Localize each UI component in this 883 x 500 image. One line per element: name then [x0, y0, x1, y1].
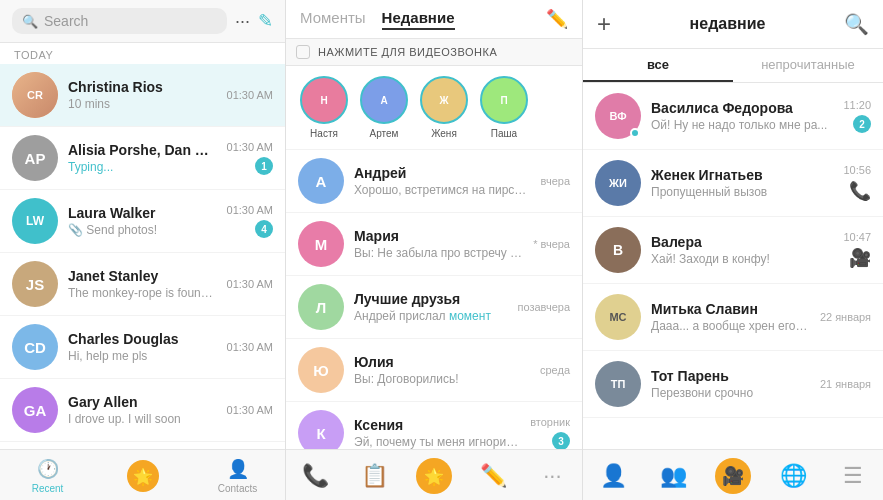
video-call-banner[interactable]: НАЖМИТЕ ДЛЯ ВИДЕОЗВОНКА — [286, 39, 582, 66]
avatar-maria: М — [298, 221, 344, 267]
p3-chat-preview: Дааа... а вообще хрен его знает. — [651, 319, 810, 333]
p2-footer-more[interactable]: ··· — [534, 458, 570, 494]
p3-footer-video[interactable]: 🎥 — [715, 458, 751, 494]
p2-chat-ksenia[interactable]: К Ксения Эй, почему ты меня игнорируешь?… — [286, 402, 582, 449]
p2-footer-phone[interactable]: 📞 — [298, 458, 334, 494]
story-zhenya[interactable]: Ж Женя — [420, 76, 468, 139]
avatar-tot: ТП — [595, 361, 641, 407]
p3-footer-group[interactable]: 👥 — [655, 458, 691, 494]
p3-chat-zhenek[interactable]: ЖИ Женек Игнатьев Пропущенный вызов 10:5… — [583, 150, 883, 217]
p2-chat-preview: Андрей прислал момент — [354, 309, 507, 323]
online-dot — [630, 128, 640, 138]
p3-chat-meta: 10:47 🎥 — [843, 231, 871, 269]
compose-icon[interactable]: ✎ — [258, 10, 273, 32]
p2-chat-andrey[interactable]: А Андрей Хорошо, встретимся на пирсе 👍 в… — [286, 150, 582, 213]
p3-chat-vasilisa[interactable]: ВФ Василиса Федорова Ой! Ну не надо толь… — [583, 83, 883, 150]
filter-unread[interactable]: непрочитанные — [733, 49, 883, 82]
p3-chat-info: Женек Игнатьев Пропущенный вызов — [651, 167, 833, 199]
p3-avatar-wrap: ЖИ — [595, 160, 641, 206]
p3-chat-valera[interactable]: В Валера Хай! Заходи в конфу! 10:47 🎥 — [583, 217, 883, 284]
story-avatar-nastya: Н — [300, 76, 348, 124]
p3-chat-time: 10:56 — [843, 164, 871, 176]
chat-info-gary: Gary Allen I drove up. I will soon — [68, 394, 217, 426]
chat-item-laura[interactable]: LW Laura Walker 📎 Send photos! 01:30 AM … — [0, 190, 285, 253]
chat-name: Gary Allen — [68, 394, 217, 410]
tab-nedavnie[interactable]: Недавние — [382, 9, 455, 30]
chat-time: 01:30 AM — [227, 278, 273, 290]
p2-chat-luchshie[interactable]: Л Лучшие друзья Андрей прислал момент по… — [286, 276, 582, 339]
chat-preview: The monkey-rope is found in all whalers.… — [68, 286, 217, 300]
story-pasha[interactable]: П Паша — [480, 76, 528, 139]
chat-name: Charles Douglas — [68, 331, 217, 347]
section-today: TODAY — [0, 43, 285, 64]
badge: 4 — [255, 220, 273, 238]
story-artem[interactable]: А Артем — [360, 76, 408, 139]
p3-chat-time: 22 января — [820, 311, 871, 323]
tab-recent[interactable]: 🕐 Recent — [0, 458, 95, 494]
video-icon: 🎥 — [849, 247, 871, 269]
p3-footer-menu[interactable]: ☰ — [835, 458, 871, 494]
panel2-footer: 📞 📋 🌟 ✏️ ··· — [286, 449, 582, 500]
avatar-luchshie: Л — [298, 284, 344, 330]
story-avatar-artem: А — [360, 76, 408, 124]
p3-filter-row: все непрочитанные — [583, 49, 883, 83]
filter-all[interactable]: все — [583, 49, 733, 82]
p3-chat-mitka[interactable]: МС Митька Славин Дааа... а вообще хрен е… — [583, 284, 883, 351]
avatar-alisia: AP — [12, 135, 58, 181]
tab-momenty[interactable]: Моменты — [300, 9, 366, 30]
chat-preview: Hi, help me pls — [68, 349, 217, 363]
chat-name: Christina Rios — [68, 79, 217, 95]
recent-icon: 🕐 — [37, 458, 59, 480]
p2-chat-meta: вторник 3 — [530, 416, 570, 449]
p2-footer-yellow[interactable]: 🌟 — [416, 458, 452, 494]
add-icon[interactable]: + — [597, 10, 611, 38]
p3-footer-globe[interactable]: 🌐 — [775, 458, 811, 494]
p2-chat-yulia[interactable]: Ю Юлия Вы: Договорились! среда — [286, 339, 582, 402]
p2-chat-list: А Андрей Хорошо, встретимся на пирсе 👍 в… — [286, 150, 582, 449]
p2-chat-info: Мария Вы: Не забыла про встречу на выход… — [354, 228, 523, 260]
p3-chat-time: 21 января — [820, 378, 871, 390]
p2-footer-clipboard[interactable]: 📋 — [357, 458, 393, 494]
avatar-janet: JS — [12, 261, 58, 307]
more-icon[interactable]: ··· — [235, 11, 250, 32]
search-bar[interactable]: 🔍 Search — [12, 8, 227, 34]
chat-meta: 01:30 AM — [227, 341, 273, 353]
chat-item-alisia[interactable]: AP Alisia Porshe, Dan Chan Typing... 01:… — [0, 127, 285, 190]
chat-item-charles[interactable]: CD Charles Douglas Hi, help me pls 01:30… — [0, 316, 285, 379]
p3-title: недавние — [690, 15, 766, 33]
p2-chat-name: Юлия — [354, 354, 530, 370]
avatar-christina: CR — [12, 72, 58, 118]
story-nastya[interactable]: Н Настя — [300, 76, 348, 139]
p3-chat-time: 10:47 — [843, 231, 871, 243]
yellow-circle-icon[interactable]: 🌟 — [127, 460, 159, 492]
avatar-mitka: МС — [595, 294, 641, 340]
chat-item-christina[interactable]: CR Christina Rios 10 mins 01:30 AM — [0, 64, 285, 127]
p3-search-icon[interactable]: 🔍 — [844, 12, 869, 36]
p3-chat-preview: Пропущенный вызов — [651, 185, 833, 199]
panel3-recent2: + недавние 🔍 все непрочитанные ВФ Васили… — [583, 0, 883, 500]
story-name-artem: Артем — [370, 128, 399, 139]
p3-chat-tot[interactable]: ТП Тот Парень Перезвони срочно 21 января — [583, 351, 883, 418]
p3-chat-info: Тот Парень Перезвони срочно — [651, 368, 810, 400]
chat-item-gary[interactable]: GA Gary Allen I drove up. I will soon 01… — [0, 379, 285, 442]
p3-badge: 2 — [853, 115, 871, 133]
p3-chat-info: Василиса Федорова Ой! Ну не надо только … — [651, 100, 833, 132]
p2-chat-time: среда — [540, 364, 570, 376]
p3-footer-person[interactable]: 👤 — [595, 458, 631, 494]
tab-contacts[interactable]: 👤 Contacts — [190, 458, 285, 494]
chat-item-janet[interactable]: JS Janet Stanley The monkey-rope is foun… — [0, 253, 285, 316]
p2-chat-info: Андрей Хорошо, встретимся на пирсе 👍 — [354, 165, 531, 197]
p2-chat-preview: Хорошо, встретимся на пирсе 👍 — [354, 183, 531, 197]
search-icon: 🔍 — [22, 14, 38, 29]
story-name-nastya: Настя — [310, 128, 338, 139]
video-call-checkbox[interactable] — [296, 45, 310, 59]
chat-preview: Typing... — [68, 160, 217, 174]
p2-chat-meta: позавчера — [517, 301, 570, 313]
p2-footer-edit[interactable]: ✏️ — [475, 458, 511, 494]
p2-chat-info: Юлия Вы: Договорились! — [354, 354, 530, 386]
panel3-header: + недавние 🔍 — [583, 0, 883, 49]
tab-yellow[interactable]: 🌟 — [95, 458, 190, 494]
p2-chat-maria[interactable]: М Мария Вы: Не забыла про встречу на вых… — [286, 213, 582, 276]
edit-icon[interactable]: ✏️ — [546, 8, 568, 30]
p3-chat-meta: 11:20 2 — [843, 99, 871, 133]
